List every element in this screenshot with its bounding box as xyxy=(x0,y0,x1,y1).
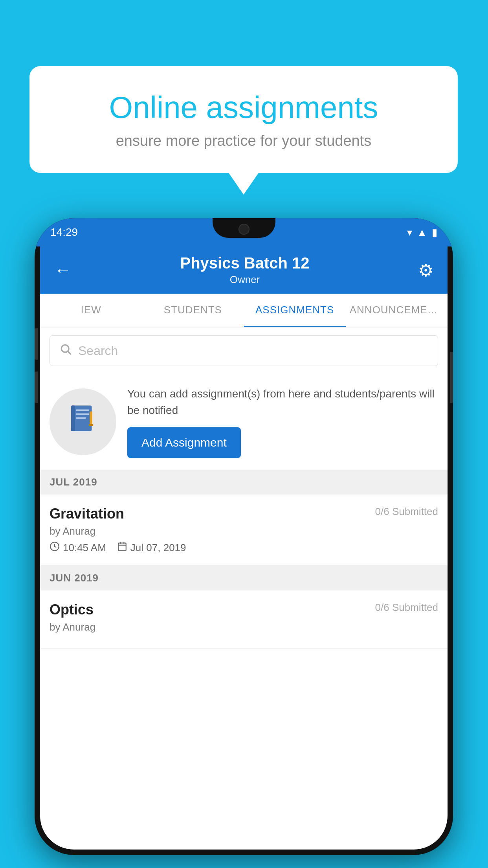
phone-notch xyxy=(213,218,275,238)
calendar-icon xyxy=(117,541,127,554)
section-header-jun: JUN 2019 xyxy=(40,566,448,590)
assignment-date-value: Jul 07, 2019 xyxy=(130,542,186,554)
assignment-time: 10:45 AM xyxy=(50,541,106,554)
signal-icon: ▲ xyxy=(417,226,427,239)
power-button xyxy=(450,352,453,403)
search-container: Search xyxy=(40,327,448,374)
section-header-jul: JUL 2019 xyxy=(40,470,448,495)
info-description: You can add assignment(s) from here and … xyxy=(127,386,438,419)
svg-rect-4 xyxy=(76,409,89,411)
speech-bubble-title: Online assignments xyxy=(57,90,430,125)
phone-camera xyxy=(238,224,250,235)
search-icon xyxy=(59,343,72,359)
assignment-meta: 10:45 AM Jul 07, 2019 xyxy=(50,541,438,554)
speech-bubble-subtitle: ensure more practice for your students xyxy=(57,132,430,149)
clock-icon xyxy=(50,541,60,554)
notebook-icon xyxy=(67,403,99,441)
assignment-by: by Anurag xyxy=(50,525,438,537)
search-bar[interactable]: Search xyxy=(50,335,438,366)
svg-rect-8 xyxy=(89,424,93,426)
assignment-submitted: 0/6 Submitted xyxy=(375,506,438,518)
assignment-top: Gravitation 0/6 Submitted xyxy=(50,506,438,522)
svg-rect-6 xyxy=(76,417,86,419)
assignment-name: Gravitation xyxy=(50,506,124,522)
speech-bubble: Online assignments ensure more practice … xyxy=(29,66,458,173)
svg-line-1 xyxy=(68,351,71,354)
tab-assignments[interactable]: ASSIGNMENTS xyxy=(244,294,346,327)
phone-screen: ← Physics Batch 12 Owner ⚙ IEW STUDENTS … xyxy=(40,246,448,850)
add-assignment-button[interactable]: Add Assignment xyxy=(127,427,241,458)
info-icon-circle xyxy=(50,388,116,455)
assignment-time-value: 10:45 AM xyxy=(63,542,106,554)
volume-up-button xyxy=(35,328,38,360)
assignment-date: Jul 07, 2019 xyxy=(117,541,186,554)
status-time: 14:29 xyxy=(50,226,78,239)
assignment-item-optics[interactable]: Optics 0/6 Submitted by Anurag xyxy=(40,590,448,649)
assignment-name-optics: Optics xyxy=(50,601,94,618)
assignment-by-optics: by Anurag xyxy=(50,621,438,633)
svg-point-0 xyxy=(61,345,69,352)
svg-rect-10 xyxy=(118,543,126,551)
settings-icon[interactable]: ⚙ xyxy=(418,260,433,280)
app-header: ← Physics Batch 12 Owner ⚙ xyxy=(40,246,448,294)
svg-rect-7 xyxy=(90,411,92,425)
assignment-top-optics: Optics 0/6 Submitted xyxy=(50,601,438,618)
battery-icon: ▮ xyxy=(432,226,437,239)
assignment-item-gravitation[interactable]: Gravitation 0/6 Submitted by Anurag 10:4… xyxy=(40,495,448,566)
header-center: Physics Batch 12 Owner xyxy=(180,254,309,286)
volume-down-button xyxy=(35,371,38,403)
tab-iew[interactable]: IEW xyxy=(40,294,142,327)
phone-frame: 14:29 ▾ ▲ ▮ ← Physics Batch 12 Owner ⚙ I… xyxy=(35,218,453,855)
assignment-submitted-optics: 0/6 Submitted xyxy=(375,601,438,614)
back-button[interactable]: ← xyxy=(54,260,72,280)
search-placeholder: Search xyxy=(78,344,118,358)
batch-title: Physics Batch 12 xyxy=(180,254,309,272)
info-content: You can add assignment(s) from here and … xyxy=(127,386,438,458)
wifi-icon: ▾ xyxy=(407,226,412,239)
status-icons: ▾ ▲ ▮ xyxy=(407,226,437,239)
tab-students[interactable]: STUDENTS xyxy=(142,294,244,327)
svg-rect-5 xyxy=(76,413,89,415)
info-card: You can add assignment(s) from here and … xyxy=(40,374,448,470)
tab-announcements[interactable]: ANNOUNCEMENTS xyxy=(346,294,448,327)
tab-bar: IEW STUDENTS ASSIGNMENTS ANNOUNCEMENTS xyxy=(40,294,448,327)
svg-rect-3 xyxy=(71,405,75,431)
header-role: Owner xyxy=(180,274,309,286)
